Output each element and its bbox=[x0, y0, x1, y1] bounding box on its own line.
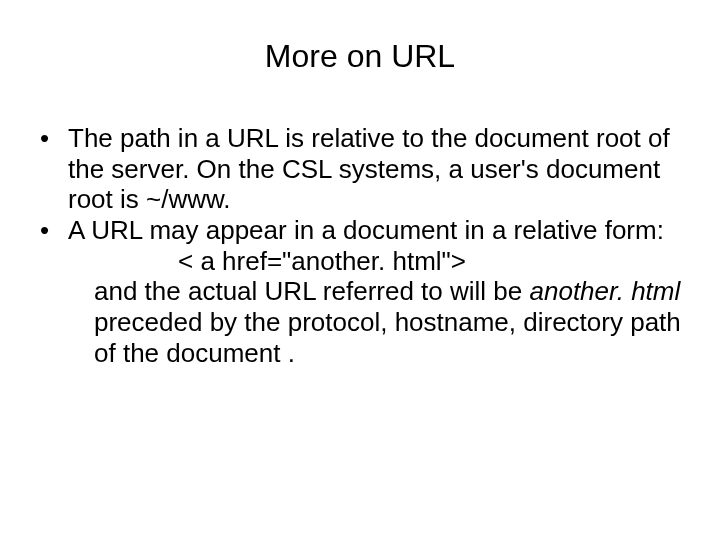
bullet-item-2: A URL may appear in a document in a rela… bbox=[30, 215, 690, 368]
bullet-2-prefix: and the actual URL referred to will be bbox=[94, 276, 530, 306]
bullet-list: The path in a URL is relative to the doc… bbox=[30, 123, 690, 368]
bullet-2-code: < a href="another. html"> bbox=[68, 246, 690, 277]
slide-title: More on URL bbox=[30, 38, 690, 75]
slide-content: The path in a URL is relative to the doc… bbox=[30, 123, 690, 368]
bullet-2-line1: A URL may appear in a document in a rela… bbox=[68, 215, 690, 246]
bullet-2-italic: another. html bbox=[530, 276, 681, 306]
bullet-2-line2: and the actual URL referred to will be a… bbox=[68, 276, 690, 368]
bullet-text-1: The path in a URL is relative to the doc… bbox=[68, 123, 670, 214]
bullet-2-suffix: preceded by the protocol, hostname, dire… bbox=[94, 307, 681, 368]
bullet-item-1: The path in a URL is relative to the doc… bbox=[30, 123, 690, 215]
